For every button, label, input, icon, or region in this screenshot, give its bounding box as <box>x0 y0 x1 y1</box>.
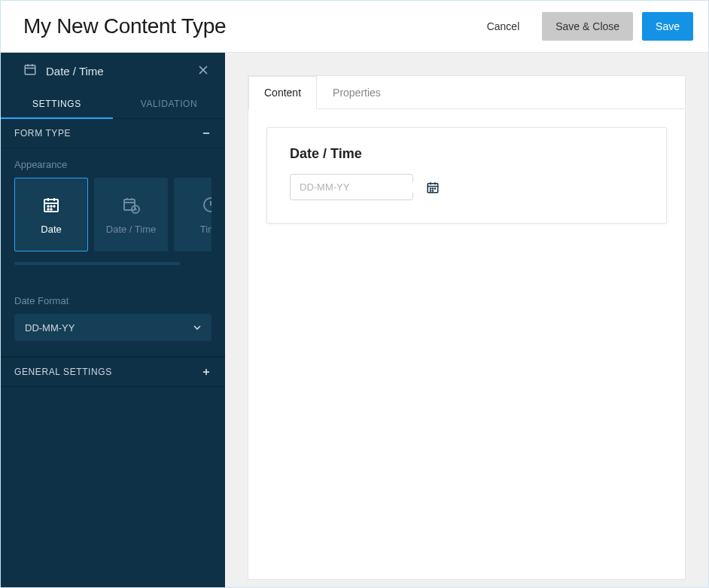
svg-point-4 <box>53 206 55 207</box>
section-form-type-label: FORM TYPE <box>14 128 71 139</box>
appearance-option-time[interactable]: Time <box>174 178 211 251</box>
save-and-close-button[interactable]: Save & Close <box>542 12 633 41</box>
svg-point-6 <box>50 209 52 210</box>
section-form-type-body: Appearance Date Date / Time <box>1 148 225 357</box>
chevron-down-icon <box>193 324 201 331</box>
tab-validation[interactable]: VALIDATION <box>113 89 225 118</box>
preview-panel: Content Properties Date / Time <box>248 75 686 580</box>
appearance-option-label: Date / Time <box>106 224 156 235</box>
page-header: My New Content Type Cancel Save & Close … <box>1 1 708 53</box>
preview-tabs: Content Properties <box>248 76 685 109</box>
svg-point-12 <box>432 187 433 188</box>
close-icon[interactable] <box>195 62 211 78</box>
date-input[interactable] <box>300 181 426 193</box>
field-preview-card: Date / Time <box>266 127 667 224</box>
svg-point-2 <box>47 206 49 207</box>
svg-point-11 <box>430 187 431 188</box>
svg-point-13 <box>434 187 435 188</box>
section-form-type-header[interactable]: FORM TYPE <box>1 119 225 148</box>
scroll-indicator[interactable] <box>14 262 180 265</box>
svg-point-15 <box>432 190 433 190</box>
calendar-icon[interactable] <box>426 180 440 195</box>
appearance-option-label: Date <box>41 224 61 235</box>
appearance-option-datetime[interactable]: Date / Time <box>94 178 168 251</box>
expand-icon <box>201 367 211 377</box>
calendar-icon <box>41 195 61 215</box>
date-input-container[interactable] <box>290 174 413 200</box>
tab-properties[interactable]: Properties <box>317 76 397 109</box>
cancel-button[interactable]: Cancel <box>473 12 534 41</box>
sidebar-tabs: SETTINGS VALIDATION <box>1 89 225 119</box>
sidebar-type-title: Date / Time <box>46 65 104 78</box>
svg-point-14 <box>430 190 431 190</box>
clock-icon <box>201 195 211 215</box>
page-title: My New Content Type <box>23 14 226 38</box>
workspace: Date / Time SETTINGS VALIDATION FORM TYP… <box>1 53 708 587</box>
tab-settings[interactable]: SETTINGS <box>1 89 113 118</box>
save-button[interactable]: Save <box>642 12 693 41</box>
section-general-settings-header[interactable]: GENERAL SETTINGS <box>1 357 225 387</box>
appearance-label: Appearance <box>14 159 211 170</box>
calendar-clock-icon <box>121 195 141 215</box>
appearance-options: Date Date / Time Time <box>14 178 211 251</box>
settings-sidebar: Date / Time SETTINGS VALIDATION FORM TYP… <box>1 53 225 587</box>
calendar-icon <box>23 62 37 79</box>
header-actions: Cancel Save & Close Save <box>473 12 693 41</box>
svg-point-5 <box>47 209 49 210</box>
preview-area: Content Properties Date / Time <box>225 53 708 587</box>
field-title: Date / Time <box>290 146 644 162</box>
date-format-value: DD-MM-YY <box>25 322 75 334</box>
date-format-label: Date Format <box>14 295 211 306</box>
svg-rect-0 <box>25 66 35 75</box>
collapse-icon <box>201 128 211 139</box>
sidebar-type-header: Date / Time <box>1 53 225 89</box>
svg-point-3 <box>50 206 52 207</box>
tab-content[interactable]: Content <box>248 76 317 109</box>
section-general-settings-label: GENERAL SETTINGS <box>14 367 112 377</box>
appearance-option-label: Time <box>200 224 211 235</box>
appearance-option-date[interactable]: Date <box>14 178 88 251</box>
date-format-select[interactable]: DD-MM-YY <box>14 314 211 341</box>
svg-rect-7 <box>124 200 135 210</box>
